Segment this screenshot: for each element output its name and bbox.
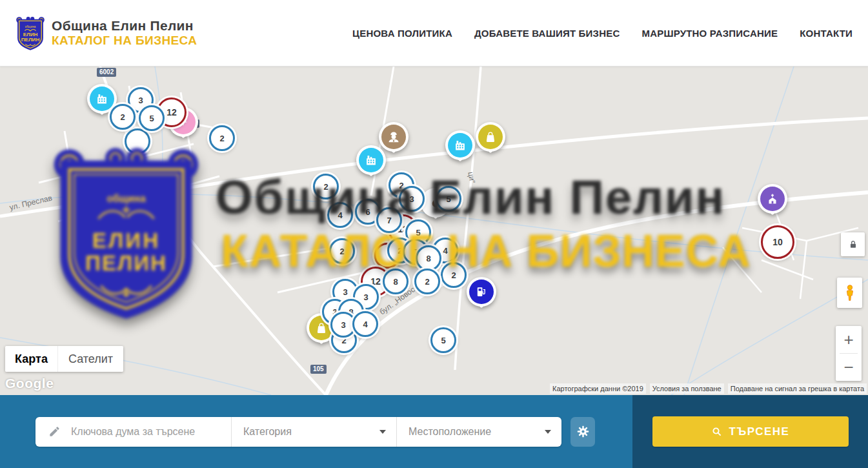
fuel-icon bbox=[469, 280, 494, 304]
factory-icon bbox=[359, 148, 383, 172]
attribution-copyright: Картографски данни ©2019 bbox=[550, 383, 646, 394]
search-toolbar: Категория Местоположение bbox=[0, 395, 868, 468]
map-cluster-marker[interactable]: 7 bbox=[376, 207, 402, 233]
lock-icon bbox=[848, 239, 858, 250]
gear-icon bbox=[576, 425, 590, 438]
site-logo[interactable]: община ЕЛИН ПЕЛИН Община Елин Пелин КАТА… bbox=[15, 9, 197, 57]
search-submit-button[interactable]: ТЪРСЕНЕ bbox=[652, 416, 849, 447]
map-attribution: Картографски данни ©2019 Условия за полз… bbox=[550, 383, 867, 394]
keyword-search-input[interactable] bbox=[70, 425, 221, 438]
map-type-satellite-button[interactable]: Сателит bbox=[57, 346, 123, 372]
site-subtitle: КАТАЛОГ НА БИЗНЕСА bbox=[52, 34, 197, 48]
map-pin-marker-factory[interactable] bbox=[356, 145, 386, 175]
map-cluster-marker[interactable]: 2 bbox=[414, 269, 440, 294]
municipality-shield-icon: община ЕЛИН ПЕЛИН bbox=[15, 9, 45, 57]
map-cluster-marker[interactable]: 2 bbox=[110, 104, 136, 130]
map-type-map-button[interactable]: Карта bbox=[5, 346, 57, 372]
chevron-down-icon bbox=[545, 430, 551, 434]
map-pin-marker-bag[interactable] bbox=[476, 122, 505, 152]
street-view-pegman[interactable] bbox=[837, 278, 862, 308]
map-cluster-marker[interactable]: 2 bbox=[209, 125, 235, 151]
nav-add-business[interactable]: ДОБАВЕТЕ ВАШИЯТ БИЗНЕС bbox=[474, 28, 620, 39]
map-cluster-marker[interactable]: 4 bbox=[352, 311, 378, 337]
map-cluster-marker[interactable]: 2 bbox=[441, 262, 467, 288]
nav-pricing[interactable]: ЦЕНОВА ПОЛИТИКА bbox=[352, 28, 452, 39]
map-markers-layer: 312252223564137522478212823323834510 bbox=[0, 66, 868, 395]
map-cluster-marker[interactable]: 5 bbox=[436, 186, 461, 212]
map-lock-button[interactable] bbox=[841, 232, 865, 256]
category-dropdown[interactable]: Категория bbox=[232, 417, 396, 447]
category-dropdown-label: Категория bbox=[243, 426, 292, 438]
advanced-settings-button[interactable] bbox=[570, 417, 595, 447]
map-cluster-marker[interactable]: 5 bbox=[430, 327, 456, 353]
factory-icon bbox=[90, 86, 114, 111]
pencil-icon bbox=[48, 425, 61, 438]
map-cluster-marker[interactable]: 4 bbox=[327, 202, 353, 228]
map-pin-marker-fuel[interactable] bbox=[467, 277, 496, 307]
map-type-toggle: Карта Сателит bbox=[5, 346, 123, 372]
google-logo[interactable]: Google bbox=[5, 376, 54, 391]
map-cluster-marker[interactable]: 3 bbox=[399, 186, 425, 212]
map-canvas[interactable]: ул. Преслав бул. „Новосел ци“ 6002 105 3… bbox=[0, 66, 868, 395]
search-action-panel: ТЪРСЕНЕ bbox=[632, 395, 868, 468]
attribution-terms-link[interactable]: Условия за ползване bbox=[650, 383, 724, 394]
chevron-down-icon bbox=[379, 430, 386, 434]
header: община ЕЛИН ПЕЛИН Община Елин Пелин КАТА… bbox=[0, 0, 868, 66]
map-cluster-marker[interactable]: 2 bbox=[329, 238, 355, 264]
zoom-out-button[interactable]: − bbox=[836, 354, 862, 381]
svg-text:ПЕЛИН: ПЕЛИН bbox=[21, 37, 40, 43]
zoom-control: + − bbox=[836, 326, 862, 381]
map-cluster-marker[interactable]: 10 bbox=[761, 225, 794, 259]
map-cluster-marker[interactable]: 5 bbox=[139, 105, 165, 131]
search-button-label: ТЪРСЕНЕ bbox=[729, 425, 790, 438]
search-fields-panel: Категория Местоположение bbox=[0, 395, 632, 468]
map-pin-marker-church[interactable] bbox=[758, 184, 787, 214]
site-title: Община Елин Пелин bbox=[52, 18, 197, 34]
map-cluster-marker[interactable]: 8 bbox=[416, 245, 441, 271]
main-nav: ЦЕНОВА ПОЛИТИКА ДОБАВЕТЕ ВАШИЯТ БИЗНЕС М… bbox=[352, 28, 853, 39]
bag-icon bbox=[478, 125, 503, 149]
pegman-icon bbox=[842, 283, 858, 303]
church-icon bbox=[760, 187, 785, 211]
map-pin-marker-factory[interactable] bbox=[445, 130, 475, 160]
map-cluster-marker[interactable]: 8 bbox=[383, 269, 409, 294]
search-icon bbox=[711, 426, 723, 438]
nav-contacts[interactable]: КОНТАКТИ bbox=[800, 28, 853, 39]
nav-route-schedule[interactable]: МАРШРУТНО РАЗПИСАНИЕ bbox=[641, 28, 778, 39]
zoom-in-button[interactable]: + bbox=[836, 326, 862, 353]
svg-text:община: община bbox=[25, 25, 36, 28]
attribution-report-link[interactable]: Подаване на сигнал за грешка в картата bbox=[728, 383, 867, 394]
keyword-field-wrap bbox=[35, 417, 231, 447]
page: община ЕЛИН ПЕЛИН Община Елин Пелин КАТА… bbox=[0, 0, 868, 468]
map-cluster-marker[interactable] bbox=[125, 128, 150, 154]
location-dropdown[interactable]: Местоположение bbox=[397, 417, 561, 447]
location-dropdown-label: Местоположение bbox=[409, 426, 491, 438]
search-bar: Категория Местоположение bbox=[35, 417, 561, 447]
factory-icon bbox=[448, 133, 472, 158]
map-cluster-marker[interactable]: 2 bbox=[313, 174, 339, 199]
